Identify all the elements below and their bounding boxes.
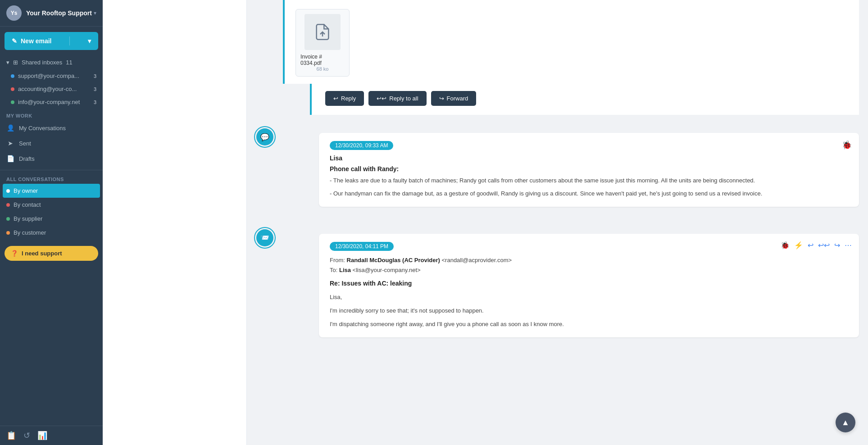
inbox-icon: ⊞ [13, 59, 18, 66]
note-line-2: - Our handyman can fix the damage but, a… [330, 189, 848, 199]
by-customer-dot [6, 231, 10, 235]
bug-icon[interactable]: 🐞 [842, 140, 852, 150]
conv-item-by-customer[interactable]: By customer [0, 226, 103, 240]
support-button[interactable]: ❓ I need support [5, 246, 98, 261]
inbox-accounting-badge: 3 [94, 86, 96, 92]
email-to-addr: <lisa@your-company.net> [353, 267, 421, 273]
sidebar-bottom: 📋 ↺ 📊 [0, 426, 103, 445]
new-email-button[interactable]: ✎ New email ▾ [5, 32, 98, 50]
by-owner-dot [6, 189, 10, 193]
by-contact-dot [6, 203, 10, 207]
reply-all-label: Reply to all [389, 95, 418, 102]
email-bug-icon[interactable]: 🐞 [781, 241, 790, 250]
note-datetime: 12/30/2020, 09:33 AM [330, 141, 393, 150]
email-body-line-2: I'm dispatching someone right away, and … [330, 319, 848, 329]
inbox-info-badge: 3 [94, 100, 96, 105]
conversation-list-panel [103, 0, 247, 445]
email-bolt-icon[interactable]: ⚡ [794, 241, 803, 250]
email-from-name: Randall McDouglas (AC Provider) [347, 257, 440, 263]
timeline-left-2: 💬 [247, 124, 283, 145]
scroll-to-bottom-button[interactable]: ▲ [836, 413, 855, 432]
inbox-item-accounting[interactable]: accounting@your-co... 3 [0, 82, 103, 95]
conv-item-by-owner[interactable]: By owner [3, 184, 100, 198]
sidebar-item-my-conversations[interactable]: 👤 My Conversations [0, 120, 103, 136]
sent-icon: ➤ [6, 140, 14, 147]
avatar: Ys [6, 5, 22, 21]
email-greeting: Lisa, [330, 292, 848, 302]
app-title: Your Rooftop Support [26, 9, 94, 17]
my-work-label: MY WORK [0, 109, 103, 120]
inbox-accounting-label: accounting@your-co... [18, 86, 77, 92]
email-forward-icon[interactable]: ↪ [834, 241, 840, 250]
email-more-icon[interactable]: ⋯ [845, 241, 852, 250]
reply-all-button[interactable]: ↩↩ Reply to all [368, 91, 426, 106]
email-timeline-dot: 📨 [256, 229, 273, 246]
dot-green-icon [11, 100, 14, 104]
reply-button[interactable]: ↩ Reply [325, 91, 364, 106]
sidebar: Ys Your Rooftop Support ▾ ✎ New email ▾ … [0, 0, 103, 445]
note-row: 💬 12/30/2020, 09:33 AM 🐞 Lisa Phone call… [247, 124, 868, 207]
inbox-item-support[interactable]: support@your-compa... 3 [0, 69, 103, 82]
history-icon[interactable]: ↺ [23, 431, 30, 440]
email-row: 📨 🐞 ⚡ ↩ ↩↩ ↪ ⋯ 12/30/2020, 04:11 PM Fro [247, 225, 868, 337]
drafts-label: Drafts [19, 155, 35, 162]
email-datetime: 12/30/2020, 04:11 PM [330, 242, 394, 251]
pencil-icon: ✎ [12, 37, 17, 45]
email-subject: Re: Issues with AC: leaking [330, 280, 848, 287]
forward-icon: ↪ [439, 95, 444, 102]
person-icon: 👤 [6, 124, 14, 132]
sidebar-header[interactable]: Ys Your Rooftop Support ▾ [0, 0, 103, 27]
attachment-section: Invoice # 0334.pdf 68 ko [283, 0, 859, 84]
email-block: 🐞 ⚡ ↩ ↩↩ ↪ ⋯ 12/30/2020, 04:11 PM From: … [319, 234, 859, 337]
reply-actions: ↩ Reply ↩↩ Reply to all ↪ Forward [310, 84, 859, 115]
chart-icon[interactable]: 📊 [37, 431, 47, 440]
note-author: Lisa [330, 154, 848, 162]
thread-area: Invoice # 0334.pdf 68 ko ↩ Reply ↩↩ Repl… [247, 0, 868, 364]
shared-inboxes-section: ▾ ⊞ Shared inboxes 11 support@your-compa… [0, 55, 103, 109]
chevron-up-icon: ▲ [841, 418, 850, 427]
pdf-icon [314, 23, 332, 41]
note-timeline-dot: 💬 [256, 128, 273, 145]
chevron-down-icon[interactable]: ▾ [94, 10, 96, 16]
main-content: Invoice # 0334.pdf 68 ko ↩ Reply ↩↩ Repl… [247, 0, 868, 445]
note-line-1: - The leaks are due to a faulty batch of… [330, 176, 848, 186]
email-from-addr: <randall@acprovider.com> [442, 257, 512, 263]
attachment-row: Invoice # 0334.pdf 68 ko ↩ Reply ↩↩ Repl… [247, 0, 868, 115]
by-owner-label: By owner [14, 187, 38, 194]
forward-button[interactable]: ↪ Forward [431, 91, 477, 106]
by-supplier-dot [6, 217, 10, 221]
chevron-icon: ▾ [6, 59, 9, 66]
by-customer-label: By customer [14, 229, 46, 236]
note-dot-icon: 💬 [260, 133, 269, 141]
by-contact-label: By contact [14, 201, 41, 208]
conv-item-by-contact[interactable]: By contact [0, 198, 103, 212]
timeline-left-1 [247, 0, 283, 5]
dot-blue-icon [11, 74, 14, 78]
inbox-support-badge: 3 [94, 73, 96, 79]
attachment-icon-box [304, 14, 341, 50]
email-reply-all-icon[interactable]: ↩↩ [818, 241, 830, 250]
dot-red-icon [11, 87, 14, 91]
attachment-body: Invoice # 0334.pdf 68 ko ↩ Reply ↩↩ Repl… [283, 0, 868, 115]
conv-item-by-supplier[interactable]: By supplier [0, 212, 103, 226]
clipboard-icon[interactable]: 📋 [6, 431, 16, 440]
email-actions: 🐞 ⚡ ↩ ↩↩ ↪ ⋯ [781, 241, 852, 250]
inbox-item-info[interactable]: info@your-company.net 3 [0, 95, 103, 109]
section-gap-2 [247, 216, 868, 225]
sidebar-item-sent[interactable]: ➤ Sent [0, 136, 103, 151]
btn-divider [69, 36, 70, 45]
support-label: I need support [22, 250, 62, 257]
new-email-label: New email [21, 37, 51, 45]
note-body: 12/30/2020, 09:33 AM 🐞 Lisa Phone call w… [283, 124, 868, 207]
email-body-line-1: I'm incredibly sorry to see that; it's n… [330, 306, 848, 316]
timeline-left-3: 📨 [247, 225, 283, 246]
all-conversations-section: ALL CONVERSATIONS By owner By contact By… [0, 170, 103, 240]
attachment-card[interactable]: Invoice # 0334.pdf 68 ko [295, 9, 350, 77]
shared-inboxes-header[interactable]: ▾ ⊞ Shared inboxes 11 [0, 55, 103, 69]
email-body: 🐞 ⚡ ↩ ↩↩ ↪ ⋯ 12/30/2020, 04:11 PM From: … [283, 225, 868, 337]
sidebar-item-drafts[interactable]: 📄 Drafts [0, 151, 103, 166]
dropdown-icon: ▾ [88, 37, 91, 45]
inbox-info-label: info@your-company.net [18, 99, 80, 105]
note-block: 12/30/2020, 09:33 AM 🐞 Lisa Phone call w… [319, 133, 859, 207]
email-reply-icon[interactable]: ↩ [808, 241, 813, 250]
